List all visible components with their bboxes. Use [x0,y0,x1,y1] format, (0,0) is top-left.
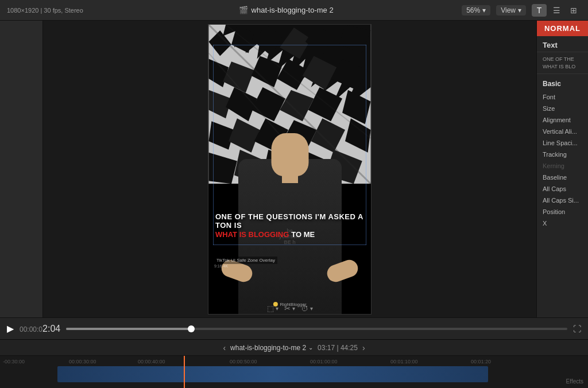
right-panel: NORMAL Text ONE OF THE WHAT IS BLO Basic… [536,21,588,317]
timecode-main: 2:04 [42,324,60,333]
property-baseline[interactable]: Baseline [537,172,588,183]
tab-text[interactable]: T [532,4,547,17]
safe-zone-overlay: TikTok UI Safe Zone Overlay 9:16 4K [214,257,277,268]
timeline-clip-bar[interactable] [57,366,488,382]
property-tracking[interactable]: Tracking [537,149,588,160]
tick-1: 00:00:30:00 [69,359,96,364]
frame-chevron: ▾ [276,305,278,312]
playback-bar: ▶ 00:00:02:04 ⛶ [0,317,588,339]
frame-tool[interactable]: ⬚ ▾ [267,304,278,313]
progress-fill [66,328,191,330]
normal-badge: NORMAL [537,21,588,36]
video-preview: be yourself. BE h ONE OF THE QUESTIONS I… [208,24,372,315]
frame-icon: ⬚ [267,304,274,313]
top-bar: 1080×1920 | 30 fps, Stereo 🎬 what-is-blo… [0,0,588,21]
zoom-value: 56% [466,6,480,14]
timeline-timecode: 03:17 | 44:25 [318,344,358,352]
timeline-clip-name: what-is-blogging-to-me 2 [230,344,306,352]
timeline-section: ‹ what-is-blogging-to-me 2 ⌄ 03:17 | 44:… [0,339,588,388]
view-chevron: ▾ [518,6,521,14]
progress-bar[interactable] [66,328,567,330]
video-text-overlay: ONE OF THE QUESTIONS I'M ASKED A TON IS … [215,212,364,239]
tick-0: -00:30:00 [3,359,25,364]
speed-tool[interactable]: ⏱ ▾ [301,304,313,313]
left-panel [0,21,43,317]
blade-chevron: ▾ [292,305,295,312]
view-label: View [501,6,516,14]
safe-zone-label: TikTok UI Safe Zone Overlay [214,257,277,264]
clip-info: 🎬 what-is-blogging-to-me 2 [110,6,462,14]
text-preview-line2: WHAT IS BLO [543,63,582,71]
speed-icon: ⏱ [301,304,308,313]
tick-2: 00:00:40:00 [138,359,165,364]
property-all-caps-size[interactable]: All Caps Si... [537,195,588,206]
view-button[interactable]: View ▾ [496,5,526,15]
content-row: be yourself. BE h ONE OF THE QUESTIONS I… [0,21,588,317]
tick-3: 00:00:50:00 [230,359,257,364]
tick-5: 00:01:10:00 [390,359,418,364]
timeline-next-button[interactable]: › [362,343,365,352]
center-area: be yourself. BE h ONE OF THE QUESTIONS I… [43,21,536,317]
preview-tools: ⬚ ▾ ✂ ▾ ⏱ ▾ [43,304,536,313]
safe-zone-sub: 9:16 4K [214,264,277,268]
app-window: 1080×1920 | 30 fps, Stereo 🎬 what-is-blo… [0,0,588,388]
video-text-line2: WHAT IS BLOGGING TO ME [215,230,364,239]
timeline-clip-info: what-is-blogging-to-me 2 ⌄ [230,344,313,352]
text-preview: ONE OF THE WHAT IS BLO [537,52,588,74]
clip-title: what-is-blogging-to-me 2 [252,6,334,14]
resolution-text: 1080×1920 | 30 fps, Stereo [7,7,83,14]
effects-label[interactable]: Effects [566,378,583,385]
text-section-header: Text [537,36,588,52]
property-all-caps[interactable]: All Caps [537,183,588,195]
basic-header: Basic [537,74,588,91]
property-x[interactable]: X [537,218,588,229]
property-alignment[interactable]: Alignment [537,114,588,126]
zoom-chevron: ▾ [482,6,486,14]
property-font[interactable]: Font [537,91,588,103]
video-text-white: TO ME [291,230,315,239]
timeline-chevron: ⌄ [308,344,313,351]
timecode: 00:00:02:04 [20,324,60,334]
property-line-spacing[interactable]: Line Spaci... [537,137,588,149]
tab-grid[interactable]: ⊞ [566,4,581,17]
blade-tool[interactable]: ✂ ▾ [284,304,295,313]
fullscreen-button[interactable]: ⛶ [573,324,581,333]
tab-icons: T ☰ ⊞ [532,4,581,17]
text-preview-line1: ONE OF THE [543,56,582,63]
resolution-info: 1080×1920 | 30 fps, Stereo [7,7,110,14]
timeline-body: -00:30:00 00:00:30:00 00:00:40:00 00:00:… [0,356,588,388]
tick-6: 00:01:20 [471,359,491,364]
film-icon: 🎬 [239,6,248,14]
timecode-prefix: 00:00:0 [20,325,42,333]
property-vertical-alignment[interactable]: Vertical Ali... [537,126,588,137]
blade-icon: ✂ [284,304,291,313]
tab-list[interactable]: ☰ [549,4,564,17]
timeline-prev-button[interactable]: ‹ [223,343,226,352]
left-panel-content [0,21,42,317]
tick-4: 00:01:00:00 [310,359,338,364]
property-kerning[interactable]: Kerning [537,160,588,172]
timeline-header-row: ‹ what-is-blogging-to-me 2 ⌄ 03:17 | 44:… [0,340,588,356]
top-bar-right: 56% ▾ View ▾ T ☰ ⊞ [462,4,581,17]
zoom-control[interactable]: 56% ▾ [462,5,490,15]
progress-thumb[interactable] [188,325,195,332]
video-text-red: WHAT IS BLOGGING [215,230,289,239]
video-text-line1: ONE OF THE QUESTIONS I'M ASKED A TON IS [215,212,364,230]
timeline-playhead[interactable] [184,356,185,388]
play-button[interactable]: ▶ [7,323,14,334]
property-size[interactable]: Size [537,103,588,114]
property-position[interactable]: Position [537,206,588,218]
speed-chevron: ▾ [310,305,313,312]
